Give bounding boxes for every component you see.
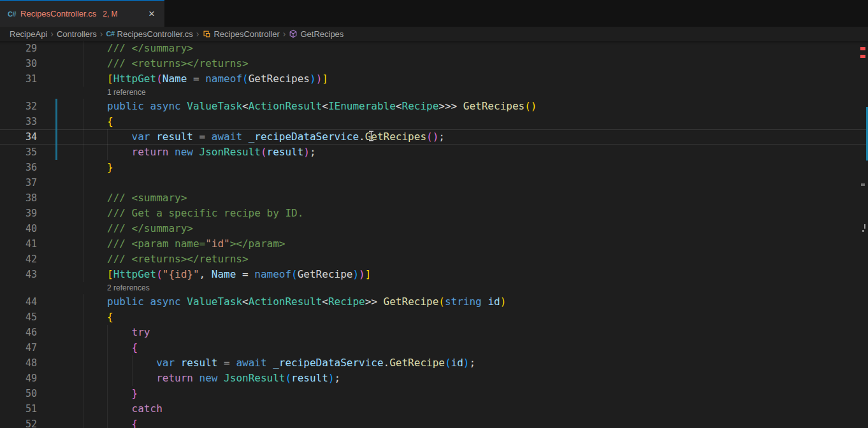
indent-guide (107, 325, 108, 340)
code-line-46[interactable]: 46 try (0, 325, 868, 340)
indent-guide (107, 401, 108, 417)
line-number[interactable]: 32 (0, 99, 37, 114)
code-text: [HttpGet(Name = nameof(GetRecipes))] (58, 73, 328, 85)
overview-ruler-mark (860, 55, 865, 58)
code-editor[interactable]: 29 /// </summary>30 /// <returns></retur… (0, 41, 868, 428)
code-text: return new JsonResult(result); (58, 372, 340, 384)
code-line-44[interactable]: 44 public async ValueTask<ActionResult<R… (0, 294, 868, 310)
indent-guide (83, 294, 83, 310)
breadcrumb-item-controllers[interactable]: Controllers (57, 29, 97, 39)
indent-guide (83, 401, 83, 417)
indent-guide (107, 386, 108, 401)
code-text: public async ValueTask<ActionResult<IEnu… (58, 100, 537, 112)
code-line-41[interactable]: 41 /// <param name="id"></param> (0, 236, 868, 252)
code-line-51[interactable]: 51 catch (0, 401, 868, 417)
codelens-reference[interactable]: 1 reference (0, 87, 868, 99)
close-icon[interactable]: × (145, 8, 158, 20)
line-number[interactable]: 41 (0, 236, 37, 252)
line-number[interactable]: 30 (0, 56, 37, 71)
line-number[interactable]: 44 (0, 294, 37, 310)
code-line-40[interactable]: 40 /// </summary> (0, 221, 868, 236)
breadcrumb-item-file[interactable]: RecipesController.cs (117, 29, 193, 39)
line-number[interactable]: 50 (0, 386, 37, 401)
line-number[interactable]: 45 (0, 310, 37, 325)
indent-guide (83, 160, 83, 175)
git-modified-marker (55, 114, 57, 129)
indent-guide (83, 236, 83, 252)
tab-title: RecipesController.cs (20, 9, 96, 18)
code-line-35[interactable]: 35 return new JsonResult(result); (0, 145, 868, 160)
code-line-42[interactable]: 42 /// <returns></returns> (0, 252, 868, 267)
line-number[interactable]: 38 (0, 190, 37, 206)
overview-ruler-mark (861, 183, 865, 186)
indent-guide (107, 145, 108, 160)
line-number[interactable]: 51 (0, 401, 37, 417)
line-number[interactable]: 31 (0, 71, 37, 87)
code-line-31[interactable]: 31 [HttpGet(Name = nameof(GetRecipes))] (0, 71, 868, 87)
code-text: public async ValueTask<ActionResult<Reci… (58, 296, 506, 308)
code-line-45[interactable]: 45 { (0, 310, 868, 325)
line-number[interactable]: 35 (0, 145, 37, 160)
line-number[interactable]: 48 (0, 355, 37, 371)
code-text: /// <returns></returns> (58, 57, 249, 69)
indent-guide (83, 310, 83, 325)
line-number[interactable]: 34 (0, 129, 37, 145)
code-text: { (58, 341, 138, 353)
code-line-50[interactable]: 50 } (0, 386, 868, 401)
code-line-39[interactable]: 39 /// Get a specific recipe by ID. (0, 206, 868, 221)
line-number[interactable]: 40 (0, 221, 37, 236)
codelens-reference[interactable]: 2 references (0, 282, 868, 294)
code-line-37[interactable]: 37 (0, 175, 868, 190)
chevron-right-icon: › (283, 29, 286, 39)
code-line-47[interactable]: 47 { (0, 340, 868, 355)
code-line-36[interactable]: 36 } (0, 160, 868, 175)
tab-decoration-badge: 2, M (103, 10, 117, 18)
breadcrumb-item-recipeapi[interactable]: RecipeApi (10, 29, 47, 39)
line-number[interactable]: 49 (0, 371, 37, 386)
code-line-49[interactable]: 49 return new JsonResult(result); (0, 371, 868, 386)
code-text: } (58, 161, 113, 173)
line-number[interactable]: 52 (0, 417, 37, 428)
indent-guide (83, 206, 83, 221)
code-text: catch (58, 403, 163, 415)
line-number[interactable]: 33 (0, 114, 37, 129)
symbol-class-icon (202, 29, 211, 38)
git-modified-marker (55, 145, 57, 160)
indent-guide (83, 267, 83, 282)
code-line-34[interactable]: 34 var result = await _recipeDataService… (0, 129, 868, 145)
tab-bar: C# RecipesController.cs 2, M × (0, 0, 868, 27)
indent-guide (83, 386, 83, 401)
indent-guide (107, 340, 108, 355)
indent-guide (83, 221, 83, 236)
line-number[interactable]: 37 (0, 175, 37, 190)
code-line-29[interactable]: 29 /// </summary> (0, 41, 868, 56)
indent-guide (107, 371, 108, 386)
indent-guide (83, 355, 83, 371)
indent-guide (132, 371, 133, 386)
code-text: [HttpGet("{id}", Name = nameof(GetRecipe… (58, 268, 371, 280)
line-number[interactable]: 36 (0, 160, 37, 175)
git-modified-marker (55, 129, 57, 145)
code-area: 29 /// </summary>30 /// <returns></retur… (0, 41, 868, 428)
line-number[interactable]: 43 (0, 267, 37, 282)
code-text: { (58, 418, 138, 428)
breadcrumb-item-class[interactable]: RecipesController (213, 29, 279, 39)
code-line-32[interactable]: 32 public async ValueTask<ActionResult<I… (0, 99, 868, 114)
line-number[interactable]: 42 (0, 252, 37, 267)
code-text: var result = await _recipeDataService.Ge… (58, 131, 445, 143)
line-number[interactable]: 46 (0, 325, 37, 340)
code-line-38[interactable]: 38 /// <summary> (0, 190, 868, 206)
indent-guide (83, 71, 83, 87)
code-line-33[interactable]: 33 { (0, 114, 868, 129)
line-number[interactable]: 47 (0, 340, 37, 355)
overview-ruler[interactable] (859, 41, 868, 428)
indent-guide (83, 145, 83, 160)
tab-recipescontroller[interactable]: C# RecipesController.cs 2, M × (0, 0, 164, 27)
code-line-52[interactable]: 52 { (0, 417, 868, 428)
breadcrumb-item-method[interactable]: GetRecipes (300, 29, 344, 39)
line-number[interactable]: 39 (0, 206, 37, 221)
code-line-30[interactable]: 30 /// <returns></returns> (0, 56, 868, 71)
code-line-43[interactable]: 43 [HttpGet("{id}", Name = nameof(GetRec… (0, 267, 868, 282)
code-line-48[interactable]: 48 var result = await _recipeDataService… (0, 355, 868, 371)
line-number[interactable]: 29 (0, 41, 37, 56)
